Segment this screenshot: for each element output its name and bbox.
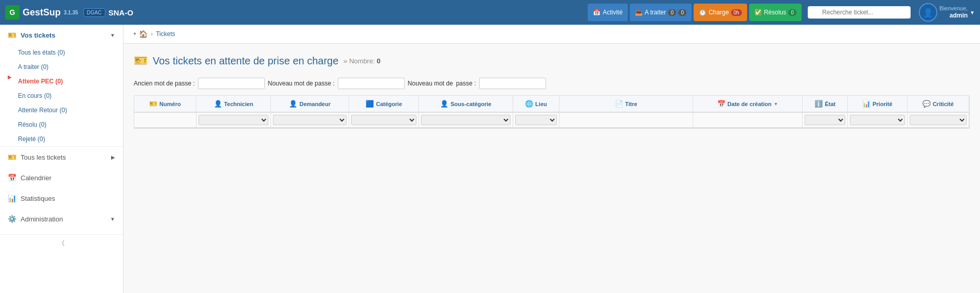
- col-etat-link[interactable]: ℹ️ État: [806, 100, 844, 108]
- welcome-text: Bienvenue, admin: [939, 5, 968, 20]
- brand-logo[interactable]: G GestSup 3.1.35: [5, 5, 78, 20]
- etat-col-icon: ℹ️: [814, 100, 823, 108]
- sidebar-header-vos-tickets[interactable]: 🎫 Vos tickets ▼: [0, 25, 123, 45]
- atraiter-badge1: 0: [668, 9, 676, 16]
- dropdown-arrow-icon[interactable]: ▼: [970, 10, 975, 15]
- col-numero: 🎫 Numéro: [134, 96, 196, 112]
- page-title: Vos tickets en attente de prise en charg…: [153, 55, 338, 67]
- col-categorie-link[interactable]: 🟦 Catégorie: [352, 100, 415, 108]
- calendar-icon: 📅: [593, 9, 601, 16]
- sidebar-item-resolu[interactable]: Résolu (0): [0, 117, 123, 132]
- atraiter-link[interactable]: A traiter (0): [0, 60, 123, 74]
- sidebar-item-en-cours[interactable]: En cours (0): [0, 89, 123, 103]
- col-lieu-link[interactable]: 🌐 Lieu: [516, 100, 556, 108]
- attente-pec-link[interactable]: Attente PEC (0): [0, 74, 123, 89]
- dgac-badge: DGAC: [83, 8, 105, 17]
- filter-etat-select[interactable]: [805, 115, 845, 125]
- col-categorie: 🟦 Catégorie: [349, 96, 419, 112]
- col-criticite-link[interactable]: 💬 Criticité: [911, 100, 966, 108]
- filter-lieu-select[interactable]: [515, 115, 557, 125]
- col-titre: 📄 Titre: [559, 96, 693, 112]
- sidebar-item-attente-retour[interactable]: Attente Retour (0): [0, 103, 123, 117]
- search-input[interactable]: [808, 6, 911, 19]
- sidebar: 🎫 Vos tickets ▼ Tous les états (0) A tra…: [0, 25, 123, 293]
- col-etat-label: État: [825, 101, 836, 107]
- categorie-col-icon: 🟦: [366, 100, 374, 108]
- attente-retour-link[interactable]: Attente Retour (0): [0, 103, 123, 117]
- filter-demandeur-select[interactable]: [273, 115, 347, 125]
- top-navigation: G GestSup 3.1.35 DGAC SNA-O 📅 Activité 📥…: [0, 0, 980, 25]
- col-criticite: 💬 Criticité: [907, 96, 969, 112]
- ticket-table-wrap: 🎫 Numéro 👤 Technicien: [134, 95, 970, 129]
- col-sous-categorie-label: Sous-catégorie: [450, 101, 491, 107]
- en-cours-link[interactable]: En cours (0): [0, 89, 123, 103]
- calendar-sidebar-icon: 📅: [8, 174, 16, 182]
- welcome-username: admin: [950, 12, 968, 19]
- main-layout: 🎫 Vos tickets ▼ Tous les états (0) A tra…: [0, 25, 980, 293]
- sidebar-vos-tickets-list: Tous les états (0) A traiter (0) Attente…: [0, 45, 123, 146]
- filter-numero: [134, 112, 196, 128]
- count-value: 0: [377, 57, 380, 65]
- resolus-button[interactable]: ✅ Résolus 0: [749, 4, 802, 21]
- org-name: SNA-O: [108, 8, 133, 17]
- filter-priorite-select[interactable]: [850, 115, 905, 125]
- sidebar-item-tous-tickets[interactable]: 🎫 Tous les tickets ▶: [0, 147, 123, 167]
- chevron-right-icon: ▶: [111, 154, 115, 160]
- col-date-link[interactable]: 📅 Date de création ▼: [696, 100, 800, 108]
- sidebar-item-rejete[interactable]: Rejeté (0): [0, 132, 123, 146]
- priorite-col-icon: 📊: [862, 100, 870, 108]
- ticket-icon: 🎫: [8, 31, 16, 39]
- filter-technicien-select[interactable]: [198, 115, 269, 125]
- breadcrumb-sep: ›: [151, 30, 153, 38]
- tickets-breadcrumb-link[interactable]: Tickets: [156, 30, 175, 38]
- tous-etats-link[interactable]: Tous les états (0): [0, 45, 123, 60]
- resolus-label: Résolus: [764, 9, 786, 16]
- filter-criticite-select[interactable]: [910, 115, 967, 125]
- tickets-icon: 🎫: [8, 153, 16, 161]
- atraiter-button[interactable]: 📥 A traiter 0 0: [630, 4, 692, 21]
- col-technicien-link[interactable]: 👤 Technicien: [199, 100, 268, 108]
- col-titre-link[interactable]: 📄 Titre: [562, 100, 689, 108]
- welcome-line1: Bienvenue,: [939, 5, 968, 12]
- filter-criticite: [907, 112, 969, 128]
- nav-actions: 📅 Activité 📥 A traiter 0 0 ⏱️ Charge 0h …: [588, 3, 975, 22]
- rejete-link[interactable]: Rejeté (0): [0, 132, 123, 146]
- sidebar-item-tous-etats[interactable]: Tous les états (0): [0, 45, 123, 60]
- filter-categorie-select[interactable]: [351, 115, 416, 125]
- col-numero-link[interactable]: 🎫 Numéro: [137, 100, 193, 108]
- col-priorite-link[interactable]: 📊 Priorité: [851, 100, 904, 108]
- sidebar-item-attente-pec[interactable]: Attente PEC (0): [0, 74, 123, 89]
- sidebar-collapse-button[interactable]: 《: [0, 234, 123, 252]
- col-criticite-label: Criticité: [933, 101, 954, 107]
- technicien-col-icon: 👤: [214, 100, 222, 108]
- avatar-button[interactable]: 👤: [919, 3, 937, 22]
- col-date-creation: 📅 Date de création ▼: [693, 96, 803, 112]
- activite-button[interactable]: 📅 Activité: [588, 4, 628, 21]
- filter-sous-categorie-select[interactable]: [421, 115, 511, 125]
- col-sous-categorie-link[interactable]: 👤 Sous-catégorie: [422, 100, 510, 108]
- nouveau-pwd-input[interactable]: [338, 78, 405, 89]
- sidebar-item-statistiques[interactable]: 📊 Statistiques: [0, 188, 123, 209]
- count-prefix: » Nombre:: [343, 57, 375, 65]
- home-icon[interactable]: 🏠: [139, 30, 148, 38]
- sort-icon: ▼: [773, 101, 778, 107]
- nouveau2-pwd-input[interactable]: [479, 78, 546, 89]
- sidebar-item-calendrier[interactable]: 📅 Calendrier: [0, 167, 123, 188]
- sous-categorie-col-icon: 👤: [440, 100, 448, 108]
- collapse-icon: 《: [58, 239, 65, 248]
- sidebar-item-administration[interactable]: ⚙️ Administration ▼: [0, 209, 123, 229]
- filter-titre: [559, 112, 693, 128]
- charge-button[interactable]: ⏱️ Charge 0h: [694, 4, 747, 21]
- count-badge: » Nombre: 0: [343, 57, 380, 65]
- col-demandeur-link[interactable]: 👤 Demandeur: [274, 100, 346, 108]
- vos-tickets-label: Vos tickets: [21, 31, 56, 39]
- table-header-row: 🎫 Numéro 👤 Technicien: [134, 96, 969, 112]
- resolu-link[interactable]: Résolu (0): [0, 117, 123, 132]
- sidebar-item-atraiter[interactable]: A traiter (0): [0, 60, 123, 74]
- filter-etat: [803, 112, 847, 128]
- inbox-icon: 📥: [635, 9, 643, 16]
- col-categorie-label: Catégorie: [376, 101, 402, 107]
- atraiter-label: A traiter: [645, 9, 666, 16]
- charge-icon: ⏱️: [699, 9, 706, 16]
- ancien-pwd-input[interactable]: [198, 78, 265, 89]
